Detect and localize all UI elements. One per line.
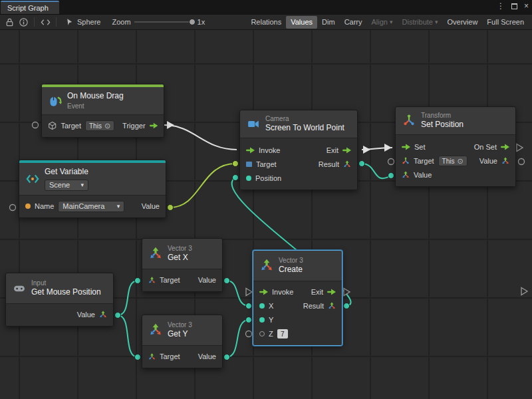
port-row: Target Value [142, 273, 222, 287]
port-row: Z 7 [253, 327, 342, 341]
variable-name-dropdown[interactable]: MainCamera ▾ [58, 201, 124, 212]
flow-in-icon[interactable] [259, 289, 268, 295]
node-header: Vector 3 Get X [142, 239, 222, 269]
dim-button[interactable]: Dim [317, 16, 340, 29]
code-icon[interactable] [39, 16, 51, 28]
node-vector3-get-x[interactable]: Vector 3 Get X Target Value [142, 238, 223, 292]
node-vector3-create[interactable]: Vector 3 Create Invoke Exit X Result [253, 250, 342, 346]
node-set-position[interactable]: Transform Set Position Set On Set Target [395, 106, 516, 187]
zoom-label: Zoom [112, 18, 130, 26]
graph-owner-icon [65, 18, 74, 27]
port-label-exit: Exit [311, 288, 323, 296]
align-button[interactable]: Align ▾ [367, 16, 398, 29]
flow-in-icon[interactable] [246, 147, 255, 154]
align-label: Align [372, 18, 388, 26]
flow-out-icon[interactable] [327, 289, 336, 295]
window-controls: ⋮ × [497, 1, 529, 11]
port-label-target: Target [160, 276, 180, 284]
tab-script-graph[interactable]: Script Graph [1, 1, 59, 14]
flow-out-icon[interactable] [150, 122, 158, 129]
node-category: Camera [265, 114, 344, 123]
port-label-value: Value [198, 352, 216, 360]
zoom-slider-handle[interactable] [189, 19, 196, 25]
info-icon[interactable] [17, 16, 29, 28]
port-label-invoke: Invoke [272, 288, 293, 296]
node-title: Set Position [421, 120, 464, 130]
node-header: Vector 3 Get Y [142, 315, 222, 345]
graph-context-label: Sphere [77, 18, 100, 26]
port-row: Set On Set [396, 140, 515, 154]
zoom-control: Zoom 1x [112, 18, 205, 26]
this-object-field[interactable]: This ⊙ [85, 120, 114, 131]
port-label-value: Value [142, 202, 160, 210]
string-port-icon [25, 203, 31, 209]
node-get-mouse-position[interactable]: Input Get Mouse Position Value [5, 273, 114, 327]
port-label-name: Name [35, 202, 54, 210]
port-label-value-in: Value [414, 171, 432, 179]
overview-button[interactable]: Overview [443, 16, 483, 29]
menu-icon[interactable]: ⋮ [497, 1, 505, 11]
node-category: Input [31, 279, 101, 287]
node-header: Camera Screen To World Point [240, 110, 357, 138]
node-ports: Target This ⊙ Trigger [42, 114, 164, 137]
port-label-value: Value [77, 311, 95, 319]
relations-button[interactable]: Relations [246, 16, 286, 29]
node-ports: Value [6, 303, 113, 326]
this-object-field[interactable]: This ⊙ [438, 156, 467, 166]
target-scope-icon: ⊙ [104, 122, 110, 130]
fullscreen-button[interactable]: Full Screen [482, 16, 529, 29]
port-label-x: X [269, 302, 273, 310]
port-label-set: Set [414, 143, 426, 151]
port-label-position: Position [255, 174, 281, 182]
node-header: Get Variable Scene ▾ [19, 163, 166, 195]
float-port-dot [259, 317, 265, 323]
port-label-target: Target [256, 160, 277, 168]
port-row: Value [396, 168, 515, 182]
vector-port-dot [246, 176, 251, 181]
vector3-icon [149, 323, 162, 336]
node-title: Create [279, 265, 303, 275]
chevron-down-icon: ▾ [390, 19, 393, 25]
flow-out-icon[interactable] [501, 144, 509, 150]
this-label: This [89, 122, 102, 130]
variable-name-value: MainCamera [63, 202, 104, 210]
node-get-variable[interactable]: Get Variable Scene ▾ Name MainCamera ▾ V… [19, 160, 166, 218]
zoom-slider[interactable] [134, 21, 194, 23]
toolbar-separator [56, 17, 57, 27]
node-screen-to-world-point[interactable]: Camera Screen To World Point Invoke Exit… [239, 110, 358, 190]
chevron-down-icon: ▾ [80, 182, 84, 188]
port-label-y: Y [269, 316, 273, 324]
z-value-field[interactable]: 7 [277, 329, 288, 338]
flow-out-icon[interactable] [342, 147, 351, 154]
port-row: Invoke Exit [253, 285, 342, 299]
graph-context[interactable]: Sphere [61, 18, 104, 27]
script-graph-window: Script Graph ⋮ × Sphere Zoom 1x Relation… [0, 0, 532, 399]
gameobject-cube-icon [48, 121, 57, 130]
node-ports: Set On Set Target This ⊙ Value [396, 134, 515, 186]
vector3-type-icon [402, 171, 410, 179]
variable-scope-dropdown[interactable]: Scene ▾ [45, 180, 88, 191]
node-category: Vector 3 [279, 256, 303, 265]
gamepad-icon [13, 283, 26, 294]
node-ports: Target Value [142, 345, 222, 368]
values-button[interactable]: Values [286, 16, 317, 29]
lock-icon[interactable] [3, 16, 15, 28]
close-icon[interactable]: × [524, 1, 529, 11]
port-label-on-set: On Set [474, 143, 497, 151]
node-header: Vector 3 Create [253, 251, 342, 281]
distribute-button[interactable]: Distribute ▾ [398, 16, 443, 29]
vector3-icon [149, 247, 162, 260]
mouse-drag-icon [49, 94, 62, 107]
port-label-result: Result [303, 302, 324, 310]
flow-in-icon[interactable] [402, 144, 410, 150]
tab-bar: Script Graph [0, 0, 532, 14]
node-category: Transform [421, 111, 464, 120]
camera-icon [247, 118, 260, 130]
maximize-icon[interactable] [511, 3, 517, 9]
node-vector3-get-y[interactable]: Vector 3 Get Y Target Value [142, 315, 223, 368]
node-title: Get Variable [45, 167, 88, 178]
node-on-mouse-drag[interactable]: On Mouse Drag Event Target This ⊙ Trigge… [41, 84, 164, 138]
distribute-label: Distribute [402, 18, 433, 26]
carry-button[interactable]: Carry [340, 16, 367, 29]
node-ports: Invoke Exit X Result Y [253, 281, 342, 345]
